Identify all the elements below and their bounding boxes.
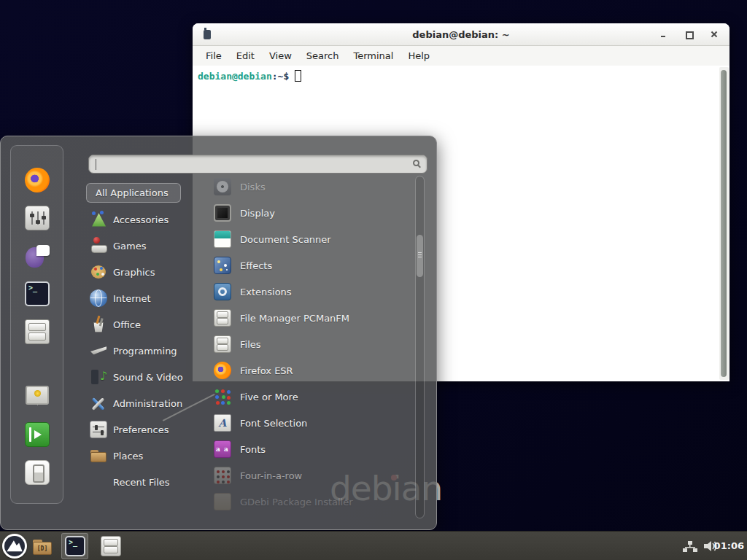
app-effects[interactable]: Effects (204, 252, 412, 279)
search-icon (413, 160, 419, 166)
five-or-more-icon (214, 388, 231, 405)
app-four-in-a-row[interactable]: Four-in-a-row (204, 462, 412, 489)
favorite-firefox[interactable] (25, 168, 50, 192)
taskbar: [D] 01:06 (0, 531, 747, 560)
menu-scrollbar-thumb[interactable] (417, 235, 423, 277)
shell-prompt: debian@debian:~$ (198, 70, 729, 82)
file-cabinet-icon (214, 335, 231, 353)
accessories-icon (90, 211, 107, 228)
network-icon[interactable] (683, 541, 697, 552)
administration-icon (90, 394, 107, 412)
menu-scrollbar[interactable] (415, 176, 425, 518)
category-list: All Applications Accessories Games Graph… (77, 180, 211, 495)
favorite-pidgin[interactable] (25, 244, 50, 268)
terminal-taskbar-button[interactable] (61, 533, 88, 559)
favorite-lock-screen[interactable] (25, 384, 50, 409)
app-extensions[interactable]: Extensions (204, 279, 412, 305)
close-button[interactable] (709, 29, 719, 39)
category-graphics[interactable]: Graphics (77, 259, 211, 285)
favorites-panel (10, 145, 63, 504)
screensaver-icon (25, 384, 50, 409)
app-five-or-more[interactable]: Five or More (204, 384, 412, 410)
file-cabinet-icon (25, 319, 50, 344)
internet-icon (90, 289, 107, 307)
window-title: debian@debian: ~ (193, 23, 729, 46)
favorite-logout[interactable] (25, 422, 50, 447)
folder-icon: [D] (31, 536, 53, 558)
terminal-icon (65, 536, 85, 556)
font-selection-icon (214, 414, 231, 432)
category-places[interactable]: Places (77, 443, 211, 469)
folder-launcher[interactable]: [D] (31, 536, 53, 560)
terminal-scrollbar-thumb[interactable] (721, 70, 727, 377)
prompt-user-host: debian@debian (198, 71, 272, 82)
application-menu: All Applications Accessories Games Graph… (0, 136, 437, 530)
app-font-selection[interactable]: Font Selection (204, 410, 412, 436)
app-fonts[interactable]: Fonts (204, 436, 412, 462)
shutdown-icon (25, 460, 50, 485)
terminal-cursor (295, 70, 301, 82)
app-file-manager-pcmanfm[interactable]: File Manager PCManFM (204, 305, 412, 331)
text-cursor (96, 159, 96, 170)
category-recent-files[interactable]: Recent Files (77, 469, 211, 495)
app-disks[interactable]: Disks (204, 174, 412, 200)
category-administration[interactable]: Administration (77, 390, 211, 416)
preferences-icon (90, 421, 107, 438)
app-files[interactable]: Files (204, 331, 412, 357)
firefox-icon (214, 362, 231, 379)
firefox-icon (25, 168, 50, 192)
disks-icon (214, 178, 231, 195)
extensions-icon (214, 283, 231, 300)
four-in-a-row-icon (214, 467, 231, 484)
category-office[interactable]: Office (77, 311, 211, 338)
programming-icon (90, 342, 107, 359)
favorite-control-center[interactable] (25, 206, 50, 230)
menu-help[interactable]: Help (400, 46, 437, 66)
menu-search-input[interactable] (88, 155, 427, 174)
favorite-files[interactable] (25, 319, 50, 344)
folder-d-mark: [D] (31, 545, 53, 552)
category-accessories[interactable]: Accessories (77, 206, 211, 233)
system-tray (683, 532, 718, 560)
category-games[interactable]: Games (77, 233, 211, 259)
graphics-icon (90, 263, 107, 281)
app-display[interactable]: Display (204, 200, 412, 226)
category-programming[interactable]: Programming (77, 338, 211, 364)
minimize-button[interactable] (658, 29, 668, 39)
start-menu-icon (2, 534, 27, 559)
logout-icon (25, 422, 50, 447)
app-document-scanner[interactable]: Document Scanner (204, 226, 412, 252)
application-list: Disks Display Document Scanner Effects E… (204, 174, 412, 515)
category-all-applications[interactable]: All Applications (86, 183, 181, 203)
category-sound-video[interactable]: Sound & Video (77, 364, 211, 390)
display-icon (214, 204, 231, 222)
clock[interactable]: 01:06 (714, 532, 744, 560)
gdebi-icon (214, 493, 231, 510)
document-scanner-icon (214, 230, 231, 248)
app-firefox-esr[interactable]: Firefox ESR (204, 357, 412, 384)
favorite-terminal[interactable] (25, 281, 50, 306)
files-launcher[interactable] (101, 536, 121, 559)
file-cabinet-icon (101, 536, 121, 556)
category-preferences[interactable]: Preferences (77, 416, 211, 443)
desktop: debian debian@debian: ~ File Edit View S… (0, 0, 747, 560)
control-center-icon (25, 206, 50, 230)
menu-terminal[interactable]: Terminal (346, 46, 400, 66)
menu-button[interactable] (2, 534, 27, 560)
menu-view[interactable]: View (262, 46, 299, 66)
favorite-shutdown[interactable] (25, 460, 50, 485)
maximize-button[interactable] (684, 29, 694, 39)
terminal-titlebar[interactable]: debian@debian: ~ (193, 23, 729, 46)
games-icon (90, 237, 107, 254)
menu-search[interactable]: Search (299, 46, 347, 66)
app-gdebi-package-installer[interactable]: GDebi Package Installer (204, 489, 412, 515)
terminal-scrollbar[interactable] (719, 67, 729, 380)
effects-icon (214, 257, 231, 274)
category-internet[interactable]: Internet (77, 285, 211, 311)
pidgin-icon (25, 244, 50, 268)
terminal-icon (25, 281, 50, 306)
menu-edit[interactable]: Edit (229, 46, 262, 66)
places-icon (90, 447, 107, 464)
file-cabinet-icon (214, 309, 231, 327)
menu-file[interactable]: File (198, 46, 229, 66)
